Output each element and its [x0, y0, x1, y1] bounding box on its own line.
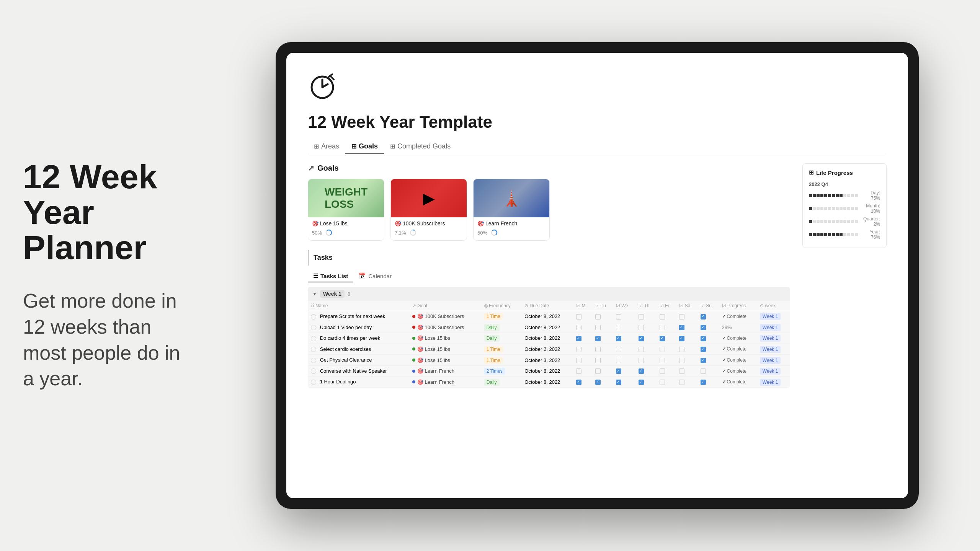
app-logo [308, 71, 887, 112]
day-cell[interactable] [697, 333, 719, 344]
day-cell[interactable] [613, 333, 635, 344]
day-cell[interactable] [613, 322, 635, 333]
mini-bars [809, 233, 858, 236]
day-cell[interactable] [697, 355, 719, 366]
tablet-wrapper: 12 Week Year Template ⊞ Areas ⊞ Goals ⊞ … [214, 27, 980, 524]
day-cell[interactable] [613, 355, 635, 366]
day-cell[interactable] [657, 365, 676, 377]
table-row: Do cardio 4 times per week 🎯 Lose 15 lbs… [308, 333, 790, 344]
day-cell[interactable] [676, 344, 697, 355]
day-cell[interactable] [657, 322, 676, 333]
goal-card-french[interactable]: 🗼 🎯 Learn French 50% [473, 179, 550, 241]
day-cell[interactable] [697, 365, 719, 377]
col-progress: ☑ Progress [719, 301, 757, 311]
day-cell[interactable] [573, 344, 592, 355]
day-cell[interactable] [613, 344, 635, 355]
tab-goals[interactable]: ⊞ Goals [345, 139, 384, 154]
task-due: October 8, 2022 [521, 311, 573, 322]
day-cell[interactable] [697, 377, 719, 388]
task-due: October 2, 2022 [521, 344, 573, 355]
progress-label: Year: 76% [861, 229, 880, 240]
day-cell[interactable] [573, 322, 592, 333]
day-cell[interactable] [613, 377, 635, 388]
day-cell[interactable] [613, 311, 635, 322]
day-cell[interactable] [697, 344, 719, 355]
chevron-icon: ▼ [312, 291, 317, 297]
task-freq: Daily [481, 322, 521, 333]
day-cell[interactable] [573, 377, 592, 388]
day-cell[interactable] [592, 311, 613, 322]
day-cell[interactable] [635, 377, 657, 388]
goal-card-100k[interactable]: ▶ 🎯 100K Subscribers 7.1% [390, 179, 467, 241]
goal-card-info-2: 🎯 100K Subscribers 7.1% [391, 217, 467, 240]
progress-cell: ✓ Complete [719, 311, 757, 322]
day-cell[interactable] [657, 377, 676, 388]
day-cell[interactable] [657, 344, 676, 355]
task-freq: 1 Time [481, 344, 521, 355]
day-cell[interactable] [592, 377, 613, 388]
week-header[interactable]: ▼ Week 1 8 [308, 287, 790, 301]
day-cell[interactable] [635, 322, 657, 333]
day-cell[interactable] [697, 311, 719, 322]
goal-img-100k: ▶ [391, 179, 467, 217]
tablet-device: 12 Week Year Template ⊞ Areas ⊞ Goals ⊞ … [276, 42, 919, 509]
goal-card-info-1: 🎯 Lose 15 lbs 50% [308, 217, 384, 240]
goal-progress-3: 50% [477, 229, 546, 236]
goal-card-lose15lbs[interactable]: WEIGHTLOSS 🎯 Lose 15 lbs 50% [308, 179, 384, 241]
app-title: 12 Week Year Template [308, 112, 887, 132]
goal-name-2: 🎯 100K Subscribers [395, 220, 463, 227]
day-cell[interactable] [592, 322, 613, 333]
day-cell[interactable] [657, 355, 676, 366]
day-cell[interactable] [573, 365, 592, 377]
progress-cell: ✓ Complete [719, 333, 757, 344]
tab-completed[interactable]: ⊞ Completed Goals [384, 139, 457, 154]
progress-cell: ✓ Complete [719, 344, 757, 355]
week-group: ▼ Week 1 8 ⠿ Name ↗ Goal [308, 287, 790, 388]
day-cell[interactable] [676, 377, 697, 388]
day-cell[interactable] [635, 365, 657, 377]
day-cell[interactable] [657, 311, 676, 322]
day-cell[interactable] [635, 355, 657, 366]
day-cell[interactable] [676, 311, 697, 322]
day-cell[interactable] [635, 333, 657, 344]
task-week: Week 1 [757, 311, 790, 322]
task-name: Upload 1 Video per day [308, 322, 409, 333]
day-cell[interactable] [573, 355, 592, 366]
day-cell[interactable] [592, 333, 613, 344]
table-row: Get Physical Clearance 🎯 Lose 15 lbs 1 T… [308, 355, 790, 366]
day-cell[interactable] [635, 311, 657, 322]
goal-name-3: 🎯 Learn French [477, 220, 546, 227]
progress-cell: 29% [719, 322, 757, 333]
day-cell[interactable] [676, 355, 697, 366]
life-progress-panel: ⊞ Life Progress 2022 Q4 Day: 75% Month: … [802, 163, 887, 498]
day-cell[interactable] [676, 322, 697, 333]
day-cell[interactable] [592, 344, 613, 355]
day-cell[interactable] [635, 344, 657, 355]
day-cell[interactable] [573, 311, 592, 322]
table-row: Prepare Scripts for next week 🎯 100K Sub… [308, 311, 790, 322]
progress-cell: ✓ Complete [719, 355, 757, 366]
col-sa: ☑ Sa [676, 301, 697, 311]
day-cell[interactable] [657, 333, 676, 344]
left-panel: 12 Week YearPlanner Get more done in 12 … [0, 129, 214, 422]
mini-bars [809, 207, 858, 210]
goals-section-header: ↗ Goals [308, 163, 790, 173]
progress-label: Day: 75% [861, 190, 880, 201]
day-cell[interactable] [592, 365, 613, 377]
day-cell[interactable] [676, 365, 697, 377]
tab-calendar[interactable]: 📅 Calendar [353, 270, 397, 282]
table-row: Converse with Native Speaker 🎯 Learn Fre… [308, 365, 790, 377]
tab-tasks-list[interactable]: ☰ Tasks List [308, 270, 353, 282]
tasks-table: ⠿ Name ↗ Goal ◎ Frequency ⊙ Due Date ☑ M… [308, 301, 790, 388]
col-we: ☑ We [613, 301, 635, 311]
day-cell[interactable] [613, 365, 635, 377]
day-cell[interactable] [592, 355, 613, 366]
task-week: Week 1 [757, 333, 790, 344]
week-count: 8 [348, 291, 350, 297]
day-cell[interactable] [676, 333, 697, 344]
tab-areas[interactable]: ⊞ Areas [308, 139, 345, 154]
day-cell[interactable] [573, 333, 592, 344]
day-cell[interactable] [697, 322, 719, 333]
task-name: 1 Hour Duolingo [308, 377, 409, 388]
task-week: Week 1 [757, 377, 790, 388]
